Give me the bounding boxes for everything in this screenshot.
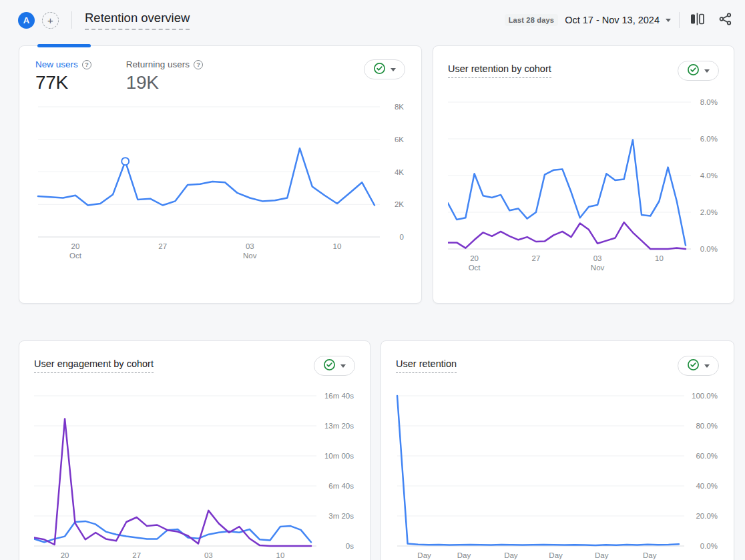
x-axis-label: 20: [71, 242, 80, 250]
x-axis-label: 10: [276, 551, 285, 559]
date-range-text: Oct 17 - Nov 13, 2024: [565, 15, 660, 25]
card-title[interactable]: User engagement by cohort: [34, 358, 154, 373]
series-line: [448, 139, 686, 245]
avatar[interactable]: A: [18, 12, 35, 29]
new-users-chart[interactable]: 8K6K4K2K020Oct2703Nov10: [35, 99, 405, 266]
x-axis-label: Day: [504, 551, 518, 559]
header-divider: [679, 12, 680, 28]
y-axis-label: 2.0%: [700, 208, 718, 216]
series-line: [34, 418, 311, 546]
x-axis-label: Day: [417, 551, 431, 559]
series-line: [38, 148, 375, 205]
comparison-button[interactable]: [688, 10, 707, 30]
y-axis-label: 6K: [395, 135, 404, 144]
header-divider: [71, 11, 72, 29]
comparison-icon: [690, 13, 704, 27]
header-right: Last 28 days Oct 17 - Nov 13, 2024: [505, 10, 734, 30]
active-tab-indicator: [37, 44, 91, 47]
header-left: A + Retention overview: [18, 11, 190, 30]
x-axis-label: Day: [457, 551, 471, 559]
share-icon: [719, 13, 732, 27]
metric-label: New users: [35, 59, 78, 69]
user-retention-by-cohort-chart[interactable]: 8.0%6.0%4.0%2.0%0.0%20Oct2703Nov10: [448, 87, 719, 288]
check-circle-icon: [687, 63, 700, 78]
y-axis-label: 2K: [395, 200, 404, 208]
tab-returning-users[interactable]: Returning users ? 19K: [126, 59, 203, 93]
date-range-picker[interactable]: Oct 17 - Nov 13, 2024: [565, 15, 671, 25]
y-axis-label: 6.0%: [700, 135, 718, 143]
series-line: [397, 396, 679, 545]
data-quality-button[interactable]: [678, 356, 719, 376]
card-title[interactable]: User retention by cohort: [448, 63, 551, 78]
y-axis-label: 0.0%: [700, 542, 718, 550]
page-title[interactable]: Retention overview: [85, 11, 190, 30]
y-axis-label: 0s: [346, 542, 354, 550]
y-axis-label: 40.0%: [696, 482, 718, 490]
data-quality-button[interactable]: [364, 59, 405, 79]
metric-value: 19K: [126, 72, 203, 93]
user-engagement-by-cohort-card: User engagement by cohort 16m 40s13m 20s…: [19, 340, 370, 560]
metric-label: Returning users: [126, 59, 190, 69]
y-axis-label: 4K: [395, 168, 404, 176]
user-engagement-by-cohort-chart[interactable]: 16m 40s13m 20s10m 00s6m 40s3m 20s0s20Oct…: [34, 382, 355, 560]
help-icon[interactable]: ?: [82, 60, 91, 69]
x-axis-label: 20: [470, 254, 479, 262]
x-axis-sublabel: Nov: [243, 252, 257, 260]
metric-tabs: New users ? 77K Returning users ? 19K: [35, 59, 405, 93]
check-circle-icon: [687, 358, 700, 373]
share-button[interactable]: [716, 10, 734, 30]
x-axis-label: 03: [593, 254, 602, 262]
card-title[interactable]: User retention: [396, 358, 457, 373]
user-retention-by-cohort-card: User retention by cohort 8.0%6.0%4.0%2.0…: [433, 45, 734, 304]
y-axis-label: 100.0%: [692, 392, 718, 400]
x-axis-label: Day: [643, 551, 657, 559]
check-circle-icon: [323, 358, 336, 373]
ga-retention-overview-page: A + Retention overview Last 28 days Oct …: [0, 0, 745, 560]
date-range-preset-badge: Last 28 days: [505, 14, 558, 26]
check-circle-icon: [373, 62, 386, 77]
chevron-down-icon: [391, 68, 396, 71]
y-axis-label: 8.0%: [700, 98, 718, 106]
y-axis-label: 4.0%: [700, 172, 718, 180]
tab-new-users[interactable]: New users ? 77K: [35, 59, 91, 93]
series-line: [448, 222, 686, 249]
x-axis-label: 27: [132, 551, 141, 559]
chevron-down-icon: [704, 364, 710, 368]
chevron-down-icon: [666, 19, 671, 22]
y-axis-label: 13m 20s: [324, 422, 354, 430]
x-axis-label: 03: [204, 551, 213, 559]
data-quality-button[interactable]: [314, 356, 355, 376]
report-content: New users ? 77K Returning users ? 19K: [0, 40, 745, 560]
x-axis-sublabel: Nov: [591, 264, 605, 272]
add-comparison-button[interactable]: +: [42, 12, 59, 29]
y-axis-label: 60.0%: [696, 452, 718, 460]
y-axis-label: 16m 40s: [324, 392, 354, 400]
y-axis-label: 0.0%: [700, 245, 718, 253]
x-axis-label: 10: [655, 254, 664, 262]
y-axis-label: 8K: [395, 103, 404, 111]
x-axis-label: 10: [333, 242, 342, 250]
x-axis-sublabel: Oct: [469, 264, 481, 272]
x-axis-label: 27: [532, 254, 541, 262]
x-axis-label: 20: [61, 551, 69, 559]
y-axis-label: 0: [400, 233, 404, 241]
help-icon[interactable]: ?: [194, 60, 203, 69]
y-axis-label: 20.0%: [696, 512, 718, 520]
y-axis-label: 10m 00s: [324, 452, 354, 460]
chevron-down-icon: [704, 69, 710, 73]
y-axis-label: 6m 40s: [328, 482, 354, 490]
x-axis-label: Day: [549, 551, 563, 559]
metric-value: 77K: [35, 72, 91, 93]
chevron-down-icon: [340, 364, 346, 368]
data-quality-button[interactable]: [678, 61, 719, 81]
user-retention-card: User retention 100.0%80.0%60.0%40.0%20.0…: [381, 340, 734, 560]
selected-point-marker[interactable]: [121, 158, 129, 165]
x-axis-sublabel: Oct: [69, 252, 82, 260]
x-axis-label: Day: [595, 551, 609, 559]
x-axis-label: 03: [246, 242, 254, 250]
user-retention-chart[interactable]: 100.0%80.0%60.0%40.0%20.0%0.0%Day0Day5Da…: [396, 382, 719, 560]
x-axis-label: 27: [158, 242, 167, 250]
app-header: A + Retention overview Last 28 days Oct …: [0, 0, 745, 40]
y-axis-label: 3m 20s: [328, 512, 354, 520]
y-axis-label: 80.0%: [696, 422, 718, 430]
